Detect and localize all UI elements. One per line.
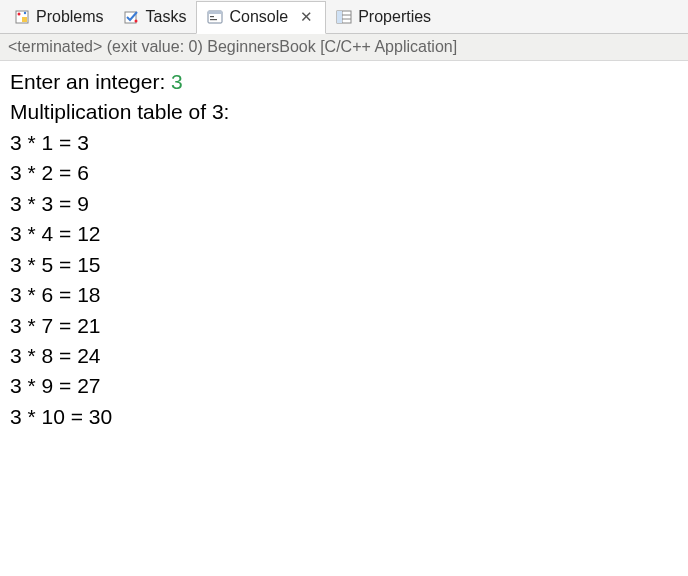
output-line: 3 * 7 = 21 — [10, 311, 678, 341]
table-lines: 3 * 1 = 33 * 2 = 63 * 3 = 93 * 4 = 123 *… — [10, 128, 678, 432]
output-line: 3 * 6 = 18 — [10, 280, 678, 310]
close-icon[interactable]: ✕ — [298, 8, 315, 26]
svg-rect-8 — [210, 16, 214, 17]
svg-rect-2 — [22, 17, 27, 22]
tab-properties[interactable]: Properties — [326, 0, 441, 33]
problems-icon — [14, 9, 30, 25]
properties-icon — [336, 9, 352, 25]
output-line: 3 * 8 = 24 — [10, 341, 678, 371]
tab-label: Problems — [36, 8, 104, 26]
output-line: 3 * 1 = 3 — [10, 128, 678, 158]
console-status: <terminated> (exit value: 0) BeginnersBo… — [0, 34, 688, 61]
tab-problems[interactable]: Problems — [4, 0, 114, 33]
tab-label: Properties — [358, 8, 431, 26]
tab-console[interactable]: Console ✕ — [196, 1, 326, 34]
svg-rect-14 — [337, 11, 342, 23]
output-line: 3 * 3 = 9 — [10, 189, 678, 219]
user-input: 3 — [171, 70, 183, 93]
view-tabs: Problems Tasks Console ✕ — [0, 0, 688, 34]
tab-label: Console — [229, 8, 288, 26]
tab-label: Tasks — [146, 8, 187, 26]
console-icon — [207, 9, 223, 25]
svg-rect-7 — [208, 11, 222, 14]
console-output[interactable]: Enter an integer: 3 Multiplication table… — [0, 61, 688, 438]
output-line: 3 * 9 = 27 — [10, 371, 678, 401]
output-line: 3 * 2 = 6 — [10, 158, 678, 188]
prompt-text: Enter an integer: — [10, 70, 171, 93]
output-line: 3 * 10 = 30 — [10, 402, 678, 432]
svg-point-1 — [18, 12, 21, 15]
output-line: 3 * 4 = 12 — [10, 219, 678, 249]
svg-point-5 — [134, 19, 137, 22]
prompt-line: Enter an integer: 3 — [10, 67, 678, 97]
tab-tasks[interactable]: Tasks — [114, 0, 197, 33]
table-header: Multiplication table of 3: — [10, 97, 678, 127]
output-line: 3 * 5 = 15 — [10, 250, 678, 280]
svg-rect-9 — [210, 19, 217, 20]
status-text: <terminated> (exit value: 0) BeginnersBo… — [8, 38, 457, 55]
svg-point-3 — [24, 11, 26, 13]
tasks-icon — [124, 9, 140, 25]
